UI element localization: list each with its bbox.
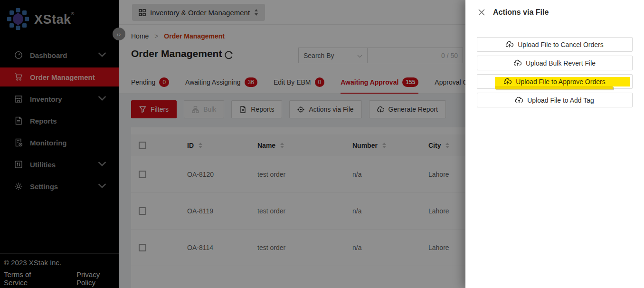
cloud-upload-icon <box>504 78 511 86</box>
highlight-annotation-edge <box>495 86 613 89</box>
cloud-upload-icon <box>506 41 513 48</box>
actions-via-file-drawer: Actions via File Upload File to Cancel O… <box>465 0 644 288</box>
close-icon[interactable] <box>478 9 485 16</box>
drawer-title: Actions via File <box>493 8 549 17</box>
cloud-upload-icon <box>514 59 521 67</box>
upload-bulk-revert-button[interactable]: Upload Bulk Revert File <box>477 56 633 70</box>
upload-add-tag-button[interactable]: Upload File to Add Tag <box>477 93 633 107</box>
drawer-body: Upload File to Cancel Orders Upload Bulk… <box>465 25 644 107</box>
cloud-upload-icon <box>515 96 523 104</box>
upload-cancel-orders-button[interactable]: Upload File to Cancel Orders <box>477 37 633 52</box>
drawer-header: Actions via File <box>465 0 644 25</box>
